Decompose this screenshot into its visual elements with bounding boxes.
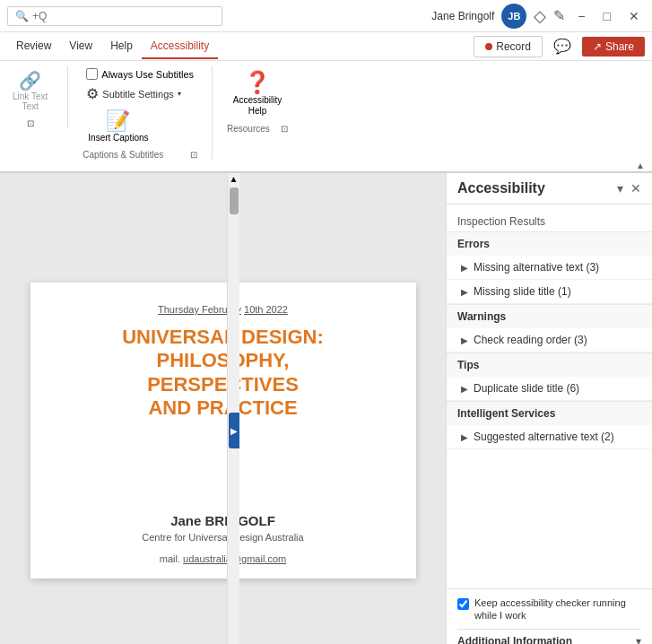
slide-author: Jane BRINGOLF — [170, 513, 275, 528]
keep-running-checkbox[interactable] — [457, 598, 469, 610]
avatar: JB — [501, 4, 526, 29]
minimize-button[interactable]: − — [572, 5, 590, 27]
suggested-alt-text-label: Suggested alternative text (2) — [474, 431, 614, 443]
always-use-subtitles-checkbox[interactable]: Always Use Subtitles — [83, 66, 197, 82]
warnings-section-header: Warnings — [447, 304, 652, 328]
slide-title: UNIVERSAL DESIGN:PHILOSOPHY,PERSPECTIVES… — [122, 326, 324, 421]
insert-captions-label: Insert Captions — [88, 133, 148, 143]
record-label: Record — [496, 40, 531, 53]
resources-group-label: Resources — [227, 124, 270, 134]
tab-view[interactable]: View — [60, 34, 101, 59]
mail-label: mail. — [160, 553, 180, 564]
ribbon-content: 🔗 Link Text Text ⊡ Always Use Subtitles … — [0, 61, 652, 160]
missing-slide-title-label: Missing slide title (1) — [474, 285, 571, 298]
slide: Thursday February 10th 2022 UNIVERSAL DE… — [30, 283, 416, 579]
missing-title-chevron: ▶ — [461, 287, 468, 297]
intelligent-services-header: Intelligent Services — [447, 401, 652, 425]
captions-group-expand[interactable]: ⊡ — [190, 150, 197, 160]
ribbon-group-captions: Always Use Subtitles ⚙ Subtitle Settings… — [83, 66, 213, 160]
tab-review[interactable]: Review — [7, 34, 60, 59]
link-text-item[interactable]: 🔗 Link Text Text — [7, 66, 53, 115]
ribbon-tab-bar: Review View Help Accessibility Record 💬 … — [0, 32, 652, 61]
captions-group-label: Captions & Subtitles — [83, 150, 163, 160]
slide-date-rest: 10th 2022 — [244, 304, 288, 315]
missing-slide-title-item[interactable]: ▶ Missing slide title (1) — [447, 280, 652, 304]
ribbon-tab-actions: Record 💬 ↗ Share — [474, 34, 645, 58]
tab-accessibility[interactable]: Accessibility — [142, 34, 218, 59]
resources-items: ❓ Accessibility Help — [227, 66, 288, 120]
check-reading-order-label: Check reading order (3) — [474, 334, 587, 346]
link-label: Link Text — [13, 91, 48, 101]
suggested-alt-chevron: ▶ — [461, 432, 468, 442]
group-expand-icon[interactable]: ⊡ — [27, 118, 34, 128]
additional-info-label: Additional Information — [457, 635, 572, 644]
resources-group-expand[interactable]: ⊡ — [281, 124, 288, 134]
ribbon-group-resources: ❓ Accessibility Help Resources ⊡ — [227, 66, 302, 134]
accessibility-panel-footer: Keep accessibility checker running while… — [447, 588, 652, 644]
panel-dropdown-icon[interactable]: ▾ — [617, 181, 623, 196]
search-box[interactable]: 🔍 — [7, 6, 222, 26]
captions-items: Always Use Subtitles ⚙ Subtitle Settings… — [83, 66, 197, 146]
maximize-button[interactable]: □ — [598, 5, 616, 27]
title-bar: 🔍 Jane Bringolf JB ◇ ✎ − □ ✕ — [0, 0, 652, 32]
user-name: Jane Bringolf — [431, 10, 494, 22]
record-button[interactable]: Record — [474, 36, 543, 57]
keep-running-label: Keep accessibility checker running while… — [474, 596, 641, 622]
insert-captions-icon: 📝 — [106, 109, 130, 133]
panel-close-button[interactable]: ✕ — [630, 181, 641, 196]
subtitle-settings-button[interactable]: ⚙ Subtitle Settings ▾ — [83, 83, 185, 104]
ribbon-collapse-bar: ▲ — [0, 160, 652, 172]
keep-running-row: Keep accessibility checker running while… — [457, 596, 641, 622]
slide-org: Centre for Universal Design Australia — [142, 532, 303, 543]
slide-area: Thursday February 10th 2022 UNIVERSAL DE… — [0, 173, 446, 644]
accessibility-help-icon: ❓ — [244, 70, 271, 95]
comment-button[interactable]: 💬 — [548, 34, 577, 58]
ribbon-collapse-button[interactable]: ▲ — [636, 161, 645, 170]
duplicate-slide-title-item[interactable]: ▶ Duplicate slide title (6) — [447, 377, 652, 401]
main-layout: Thursday February 10th 2022 UNIVERSAL DE… — [0, 173, 652, 644]
link-text-items: 🔗 Link Text Text — [7, 66, 53, 115]
side-tab-arrow: ▶ — [230, 426, 238, 436]
diamond-icon: ◇ — [534, 6, 546, 26]
missing-alt-text-label: Missing alternative text (3) — [474, 261, 599, 274]
subtitle-settings-chevron: ▾ — [178, 90, 181, 98]
always-use-subtitles-label: Always Use Subtitles — [101, 69, 194, 80]
missing-alt-chevron: ▶ — [461, 263, 468, 273]
accessibility-panel-header: Accessibility ▾ ✕ — [447, 173, 652, 205]
captions-group-footer: Captions & Subtitles ⊡ — [83, 146, 197, 160]
ribbon-group-linktext: 🔗 Link Text Text ⊡ — [7, 66, 68, 128]
close-button[interactable]: ✕ — [623, 5, 645, 27]
linktext-group-footer: ⊡ — [7, 115, 53, 128]
check-reading-order-item[interactable]: ▶ Check reading order (3) — [447, 328, 652, 352]
missing-alt-text-item[interactable]: ▶ Missing alternative text (3) — [447, 256, 652, 280]
search-input[interactable] — [32, 10, 214, 22]
additional-info-row: Additional Information ▾ — [457, 629, 641, 644]
text-label: Text — [22, 101, 38, 111]
slide-scrollbar: ▲ ⬤ ⊕ ▼ — [227, 173, 239, 644]
share-button[interactable]: ↗ Share — [582, 37, 645, 57]
tab-help[interactable]: Help — [101, 34, 142, 59]
title-bar-right: Jane Bringolf JB ◇ ✎ − □ ✕ — [431, 4, 645, 29]
share-icon: ↗ — [593, 40, 602, 53]
tips-section-header: Tips — [447, 352, 652, 377]
insert-captions-button[interactable]: 📝 Insert Captions — [83, 106, 153, 146]
duplicate-title-chevron: ▶ — [461, 384, 468, 394]
always-use-subtitles-input[interactable] — [86, 68, 98, 80]
additional-info-chevron[interactable]: ▾ — [636, 635, 641, 644]
record-dot-icon — [485, 43, 492, 50]
suggested-alt-text-item[interactable]: ▶ Suggested alternative text (2) — [447, 425, 652, 449]
accessibility-help-button[interactable]: ❓ Accessibility Help — [227, 66, 288, 120]
resources-group-footer: Resources ⊡ — [227, 120, 288, 134]
ribbon: Review View Help Accessibility Record 💬 … — [0, 32, 652, 173]
accessibility-help-label: Accessibility Help — [232, 95, 283, 117]
accessibility-side-tab[interactable]: ▶ — [229, 413, 239, 448]
slide-mail: mail. udaustralia@gmail.com — [160, 553, 286, 564]
scroll-thumb[interactable] — [230, 187, 239, 214]
scroll-up-button[interactable]: ▲ — [228, 173, 240, 186]
duplicate-slide-title-label: Duplicate slide title (6) — [474, 382, 579, 395]
errors-section-header: Errors — [447, 231, 652, 256]
subtitle-settings-label: Subtitle Settings — [102, 89, 174, 100]
accessibility-panel: Accessibility ▾ ✕ Inspection Results Err… — [446, 173, 652, 644]
reading-order-chevron: ▶ — [461, 335, 468, 345]
inspection-results-label: Inspection Results — [447, 212, 652, 231]
